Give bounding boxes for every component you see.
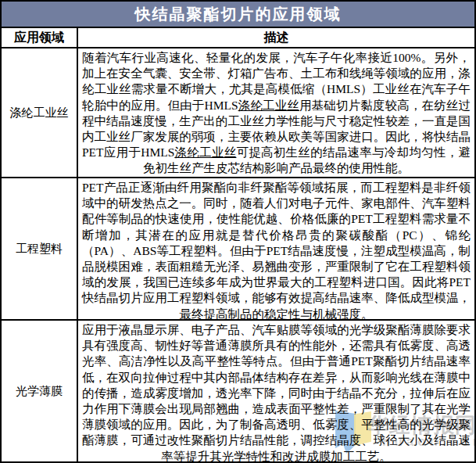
description-segment: 应用于液晶显示屏、电子产品、汽车贴膜等领域的光学级聚酯薄膜除要求具有强度高、韧性… [82,323,471,461]
application-fields-table: 应用领域 描述 涤纶工业丝 随着汽车行业高速化、轻量化的发展，汽车子午化率接近1… [2,28,474,461]
column-header-field: 应用领域 [2,28,78,47]
table-row-optical-film: 光学薄膜 应用于液晶显示屏、电子产品、汽车贴膜等领域的光学级聚酯薄膜除要求具有强… [2,321,474,461]
application-fields-table-sheet: 华经情报网 huaon.com 快结晶聚酯切片的应用领域 应用领域 描述 涤纶工… [0,0,476,463]
field-label: 工程塑料 [2,178,78,319]
table-row-engineering-plastics: 工程塑料 PET产品正逐渐由纤用聚酯向非纤聚酯等领域拓展，而工程塑料是非纤领域中… [2,178,474,321]
description-segment: PET产品正逐渐由纤用聚酯向非纤聚酯等领域拓展，而工程塑料是非纤领域中的研发热点… [82,181,471,319]
table-row-polyester-industrial-yarn: 涤纶工业丝 随着汽车行业高速化、轻量化的发展，汽车子午化率接近100%。另外，加… [2,48,474,178]
description-cell: 应用于液晶显示屏、电子产品、汽车贴膜等领域的光学级聚酯薄膜除要求具有强度高、韧性… [78,321,474,461]
description-cell: 随着汽车行业高速化、轻量化的发展，汽车子午化率接近100%。另外，加上在安全气囊… [78,48,474,177]
column-header-description: 描述 [78,28,474,47]
page-title: 快结晶聚酯切片的应用领域 [135,4,342,25]
field-label: 涤纶工业丝 [2,48,78,177]
description-underlined-segment: 涤纶工业丝 [238,99,299,112]
description-underlined-segment: 涤纶工业丝 [174,145,236,159]
table-header-row: 应用领域 描述 [2,28,474,48]
description-cell: PET产品正逐渐由纤用聚酯向非纤聚酯等领域拓展，而工程塑料是非纤领域中的研发热点… [78,178,474,319]
page-title-bar: 快结晶聚酯切片的应用领域 [2,2,474,28]
field-label: 光学薄膜 [2,321,78,461]
